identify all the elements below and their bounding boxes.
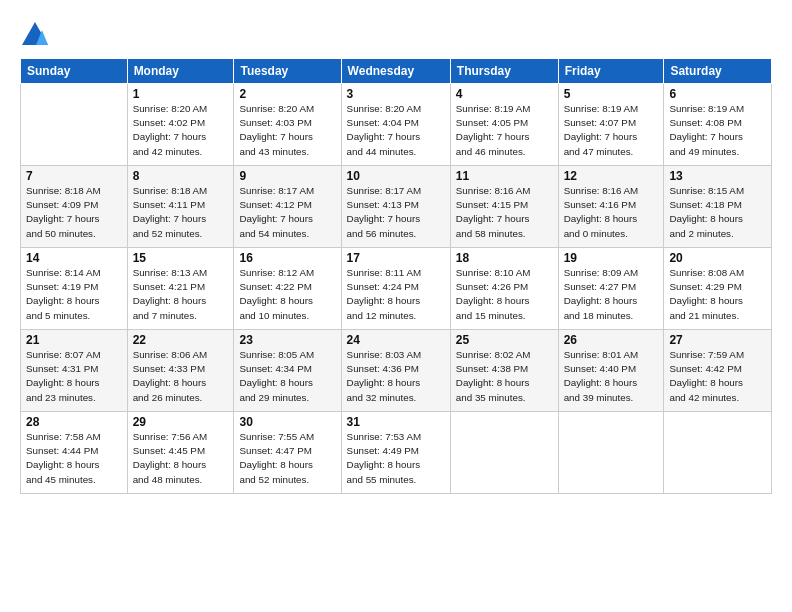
- calendar-cell: 17Sunrise: 8:11 AM Sunset: 4:24 PM Dayli…: [341, 248, 450, 330]
- calendar-header-tuesday: Tuesday: [234, 59, 341, 84]
- day-number: 19: [564, 251, 659, 265]
- day-info: Sunrise: 8:19 AM Sunset: 4:07 PM Dayligh…: [564, 102, 659, 159]
- day-info: Sunrise: 8:09 AM Sunset: 4:27 PM Dayligh…: [564, 266, 659, 323]
- calendar-cell: 2Sunrise: 8:20 AM Sunset: 4:03 PM Daylig…: [234, 84, 341, 166]
- day-number: 1: [133, 87, 229, 101]
- calendar-cell: 15Sunrise: 8:13 AM Sunset: 4:21 PM Dayli…: [127, 248, 234, 330]
- calendar-cell: 7Sunrise: 8:18 AM Sunset: 4:09 PM Daylig…: [21, 166, 128, 248]
- day-number: 23: [239, 333, 335, 347]
- calendar-cell: 19Sunrise: 8:09 AM Sunset: 4:27 PM Dayli…: [558, 248, 664, 330]
- calendar-cell: 10Sunrise: 8:17 AM Sunset: 4:13 PM Dayli…: [341, 166, 450, 248]
- day-number: 13: [669, 169, 766, 183]
- calendar-cell: 24Sunrise: 8:03 AM Sunset: 4:36 PM Dayli…: [341, 330, 450, 412]
- day-info: Sunrise: 8:18 AM Sunset: 4:09 PM Dayligh…: [26, 184, 122, 241]
- calendar-week-row: 21Sunrise: 8:07 AM Sunset: 4:31 PM Dayli…: [21, 330, 772, 412]
- day-info: Sunrise: 8:05 AM Sunset: 4:34 PM Dayligh…: [239, 348, 335, 405]
- calendar-cell: 23Sunrise: 8:05 AM Sunset: 4:34 PM Dayli…: [234, 330, 341, 412]
- calendar-cell: [558, 412, 664, 494]
- day-info: Sunrise: 8:01 AM Sunset: 4:40 PM Dayligh…: [564, 348, 659, 405]
- calendar-cell: 20Sunrise: 8:08 AM Sunset: 4:29 PM Dayli…: [664, 248, 772, 330]
- logo: [20, 20, 54, 50]
- day-number: 15: [133, 251, 229, 265]
- day-info: Sunrise: 7:59 AM Sunset: 4:42 PM Dayligh…: [669, 348, 766, 405]
- day-info: Sunrise: 8:17 AM Sunset: 4:13 PM Dayligh…: [347, 184, 445, 241]
- calendar-cell: 31Sunrise: 7:53 AM Sunset: 4:49 PM Dayli…: [341, 412, 450, 494]
- day-info: Sunrise: 8:17 AM Sunset: 4:12 PM Dayligh…: [239, 184, 335, 241]
- calendar-cell: 13Sunrise: 8:15 AM Sunset: 4:18 PM Dayli…: [664, 166, 772, 248]
- calendar-cell: 30Sunrise: 7:55 AM Sunset: 4:47 PM Dayli…: [234, 412, 341, 494]
- day-number: 29: [133, 415, 229, 429]
- day-info: Sunrise: 8:19 AM Sunset: 4:05 PM Dayligh…: [456, 102, 553, 159]
- calendar-week-row: 14Sunrise: 8:14 AM Sunset: 4:19 PM Dayli…: [21, 248, 772, 330]
- calendar-cell: [450, 412, 558, 494]
- calendar-header-row: SundayMondayTuesdayWednesdayThursdayFrid…: [21, 59, 772, 84]
- day-number: 4: [456, 87, 553, 101]
- day-number: 6: [669, 87, 766, 101]
- day-number: 30: [239, 415, 335, 429]
- day-number: 5: [564, 87, 659, 101]
- day-number: 21: [26, 333, 122, 347]
- day-info: Sunrise: 8:16 AM Sunset: 4:15 PM Dayligh…: [456, 184, 553, 241]
- day-info: Sunrise: 8:12 AM Sunset: 4:22 PM Dayligh…: [239, 266, 335, 323]
- calendar-cell: 28Sunrise: 7:58 AM Sunset: 4:44 PM Dayli…: [21, 412, 128, 494]
- calendar-header-thursday: Thursday: [450, 59, 558, 84]
- day-info: Sunrise: 8:16 AM Sunset: 4:16 PM Dayligh…: [564, 184, 659, 241]
- calendar-cell: 6Sunrise: 8:19 AM Sunset: 4:08 PM Daylig…: [664, 84, 772, 166]
- day-info: Sunrise: 7:53 AM Sunset: 4:49 PM Dayligh…: [347, 430, 445, 487]
- calendar-page: SundayMondayTuesdayWednesdayThursdayFrid…: [0, 0, 792, 612]
- calendar-header-friday: Friday: [558, 59, 664, 84]
- day-number: 16: [239, 251, 335, 265]
- calendar-cell: [21, 84, 128, 166]
- calendar-cell: [664, 412, 772, 494]
- calendar-week-row: 1Sunrise: 8:20 AM Sunset: 4:02 PM Daylig…: [21, 84, 772, 166]
- calendar-cell: 16Sunrise: 8:12 AM Sunset: 4:22 PM Dayli…: [234, 248, 341, 330]
- calendar-cell: 9Sunrise: 8:17 AM Sunset: 4:12 PM Daylig…: [234, 166, 341, 248]
- day-info: Sunrise: 7:55 AM Sunset: 4:47 PM Dayligh…: [239, 430, 335, 487]
- calendar-table: SundayMondayTuesdayWednesdayThursdayFrid…: [20, 58, 772, 494]
- day-number: 14: [26, 251, 122, 265]
- calendar-cell: 5Sunrise: 8:19 AM Sunset: 4:07 PM Daylig…: [558, 84, 664, 166]
- day-info: Sunrise: 7:56 AM Sunset: 4:45 PM Dayligh…: [133, 430, 229, 487]
- calendar-cell: 4Sunrise: 8:19 AM Sunset: 4:05 PM Daylig…: [450, 84, 558, 166]
- day-info: Sunrise: 8:18 AM Sunset: 4:11 PM Dayligh…: [133, 184, 229, 241]
- calendar-week-row: 7Sunrise: 8:18 AM Sunset: 4:09 PM Daylig…: [21, 166, 772, 248]
- day-number: 8: [133, 169, 229, 183]
- calendar-cell: 26Sunrise: 8:01 AM Sunset: 4:40 PM Dayli…: [558, 330, 664, 412]
- day-info: Sunrise: 8:19 AM Sunset: 4:08 PM Dayligh…: [669, 102, 766, 159]
- calendar-cell: 29Sunrise: 7:56 AM Sunset: 4:45 PM Dayli…: [127, 412, 234, 494]
- day-info: Sunrise: 8:08 AM Sunset: 4:29 PM Dayligh…: [669, 266, 766, 323]
- day-info: Sunrise: 8:06 AM Sunset: 4:33 PM Dayligh…: [133, 348, 229, 405]
- day-number: 28: [26, 415, 122, 429]
- day-info: Sunrise: 7:58 AM Sunset: 4:44 PM Dayligh…: [26, 430, 122, 487]
- day-number: 20: [669, 251, 766, 265]
- day-number: 12: [564, 169, 659, 183]
- calendar-header-wednesday: Wednesday: [341, 59, 450, 84]
- calendar-cell: 25Sunrise: 8:02 AM Sunset: 4:38 PM Dayli…: [450, 330, 558, 412]
- day-number: 2: [239, 87, 335, 101]
- day-info: Sunrise: 8:02 AM Sunset: 4:38 PM Dayligh…: [456, 348, 553, 405]
- day-number: 18: [456, 251, 553, 265]
- day-number: 17: [347, 251, 445, 265]
- day-info: Sunrise: 8:15 AM Sunset: 4:18 PM Dayligh…: [669, 184, 766, 241]
- day-number: 3: [347, 87, 445, 101]
- calendar-cell: 12Sunrise: 8:16 AM Sunset: 4:16 PM Dayli…: [558, 166, 664, 248]
- day-info: Sunrise: 8:14 AM Sunset: 4:19 PM Dayligh…: [26, 266, 122, 323]
- day-number: 7: [26, 169, 122, 183]
- calendar-cell: 3Sunrise: 8:20 AM Sunset: 4:04 PM Daylig…: [341, 84, 450, 166]
- day-number: 22: [133, 333, 229, 347]
- day-info: Sunrise: 8:11 AM Sunset: 4:24 PM Dayligh…: [347, 266, 445, 323]
- day-info: Sunrise: 8:20 AM Sunset: 4:02 PM Dayligh…: [133, 102, 229, 159]
- day-number: 27: [669, 333, 766, 347]
- day-number: 11: [456, 169, 553, 183]
- day-info: Sunrise: 8:10 AM Sunset: 4:26 PM Dayligh…: [456, 266, 553, 323]
- calendar-cell: 11Sunrise: 8:16 AM Sunset: 4:15 PM Dayli…: [450, 166, 558, 248]
- calendar-cell: 1Sunrise: 8:20 AM Sunset: 4:02 PM Daylig…: [127, 84, 234, 166]
- calendar-cell: 14Sunrise: 8:14 AM Sunset: 4:19 PM Dayli…: [21, 248, 128, 330]
- calendar-header-saturday: Saturday: [664, 59, 772, 84]
- day-info: Sunrise: 8:20 AM Sunset: 4:04 PM Dayligh…: [347, 102, 445, 159]
- day-number: 31: [347, 415, 445, 429]
- day-info: Sunrise: 8:13 AM Sunset: 4:21 PM Dayligh…: [133, 266, 229, 323]
- logo-icon: [20, 20, 50, 50]
- calendar-header-monday: Monday: [127, 59, 234, 84]
- calendar-header-sunday: Sunday: [21, 59, 128, 84]
